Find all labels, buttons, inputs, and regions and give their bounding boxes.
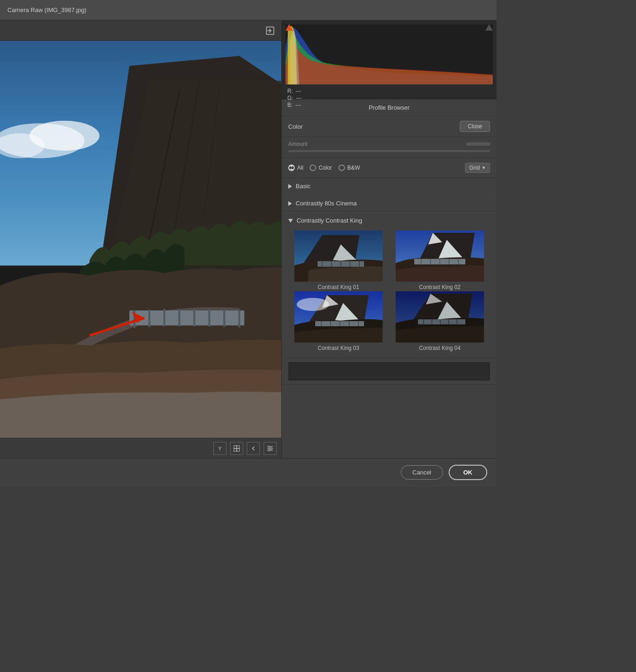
svg-rect-27 [237,446,239,448]
amount-slider[interactable] [288,150,490,152]
filter-bw-radio[interactable] [338,165,345,171]
svg-point-35 [268,449,270,451]
filter-color[interactable]: Color [310,165,332,171]
profile-thumb-03 [294,291,383,343]
yellow-channel-icon[interactable]: Y [213,442,226,455]
profile-item-contrast-king-04[interactable]: Contrast King 04 [390,291,490,351]
contrastly-contrast-king-group: Contrastly Contrast King [282,212,497,358]
green-value: --- [296,95,302,101]
window-title: Camera Raw (IMG_3987.jpg) [7,7,86,13]
color-close-row: Color Close [282,116,497,137]
cancel-button[interactable]: Cancel [401,465,443,480]
collapse-icon-contrast-king [288,219,293,223]
profile-name-03: Contrast King 03 [318,345,359,351]
top-toolbar [0,20,281,41]
bottom-bar: Cancel OK [0,458,497,486]
blue-value: --- [295,102,301,108]
view-dropdown[interactable]: Grid ▼ [465,163,490,173]
filter-all-radio[interactable] [288,165,295,171]
contrast-king-grid: Contrast King 01 [282,229,497,358]
svg-point-60 [297,298,329,311]
green-label: G: [287,95,293,101]
histogram-indicators [285,24,493,31]
red-label: R: [287,88,293,94]
profile-thumb-02 [396,231,484,282]
filter-color-label: Color [318,165,332,171]
histogram-area: R: --- G: --- B: --- [282,20,497,99]
main-container: Y [0,20,497,458]
svg-rect-29 [237,448,239,451]
bottom-toolbar: Y [0,438,281,458]
profile-thumb-04 [396,291,484,343]
close-button[interactable]: Close [460,121,490,132]
histogram-chart [285,24,493,85]
filter-all[interactable]: All [288,165,303,171]
export-icon[interactable] [264,24,277,37]
profile-item-contrast-king-01[interactable]: Contrast King 01 [288,231,389,290]
contrastly-80s-cinema-group: Contrastly 80s Cinema [282,195,497,212]
red-value-row: R: --- [287,88,493,94]
profile-name-01: Contrast King 01 [318,284,359,290]
svg-rect-71 [418,319,465,324]
green-value-row: G: --- [287,95,493,101]
profile-thumb-01 [294,231,383,282]
profile-section: Profile Browser Color Close Amount [282,99,497,458]
filter-bw[interactable]: B&W [338,165,360,171]
mountain-svg [0,41,281,438]
profile-item-contrast-king-03[interactable]: Contrast King 03 [288,291,389,351]
chevron-down-icon: ▼ [482,165,486,170]
title-bar: Camera Raw (IMG_3987.jpg) [0,0,497,20]
image-area [0,41,281,438]
clipping-highlight-indicator[interactable] [485,24,493,31]
blue-label: B: [287,102,292,108]
svg-rect-26 [234,446,237,448]
filter-row: All Color B&W Grid ▼ [282,158,497,178]
amount-label-text: Amount [288,141,307,147]
contrastly-80s-cinema-header[interactable]: Contrastly 80s Cinema [282,195,497,211]
zoom-icon[interactable] [230,442,243,455]
contrastly-contrast-king-name: Contrastly Contrast King [297,217,362,224]
filter-all-label: All [297,165,303,171]
color-label: Color [288,123,303,130]
red-value: --- [296,88,301,94]
basic-group: Basic [282,178,497,195]
basic-group-header[interactable]: Basic [282,178,497,194]
collapse-icon-basic [288,184,292,189]
contrastly-contrast-king-header[interactable]: Contrastly Contrast King [282,212,497,229]
filter-color-radio[interactable] [310,165,316,171]
sliders-icon[interactable] [264,442,277,455]
amount-value-input[interactable] [467,143,490,145]
svg-rect-28 [234,448,237,451]
rgb-values: R: --- G: --- B: --- [285,86,493,108]
filter-bw-label: B&W [347,165,360,171]
svg-rect-15 [129,310,244,325]
amount-row: Amount [282,137,497,158]
contrastly-80s-cinema-name: Contrastly 80s Cinema [296,200,357,207]
profile-name-04: Contrast King 04 [419,345,460,351]
profile-item-contrast-king-02[interactable]: Contrast King 02 [390,231,490,290]
basic-group-name: Basic [296,183,311,190]
view-dropdown-label: Grid [469,165,480,171]
clipping-shadow-indicator[interactable] [285,24,293,31]
profile-name-02: Contrast King 02 [419,284,460,290]
filter-radio-group: All Color B&W [288,165,360,171]
profile-groups-list[interactable]: Basic Contrastly 80s Cinema Co [282,178,497,385]
collapse-icon-80s [288,201,292,206]
amount-label-row: Amount [288,141,490,147]
ok-button[interactable]: OK [449,465,488,480]
svg-point-33 [268,446,270,448]
more-profiles-group [282,358,497,385]
back-icon[interactable] [247,442,260,455]
right-panel: R: --- G: --- B: --- Profile Browser [281,20,497,458]
blue-value-row: B: --- [287,102,493,108]
svg-point-34 [270,448,272,449]
image-panel: Y [0,20,281,458]
